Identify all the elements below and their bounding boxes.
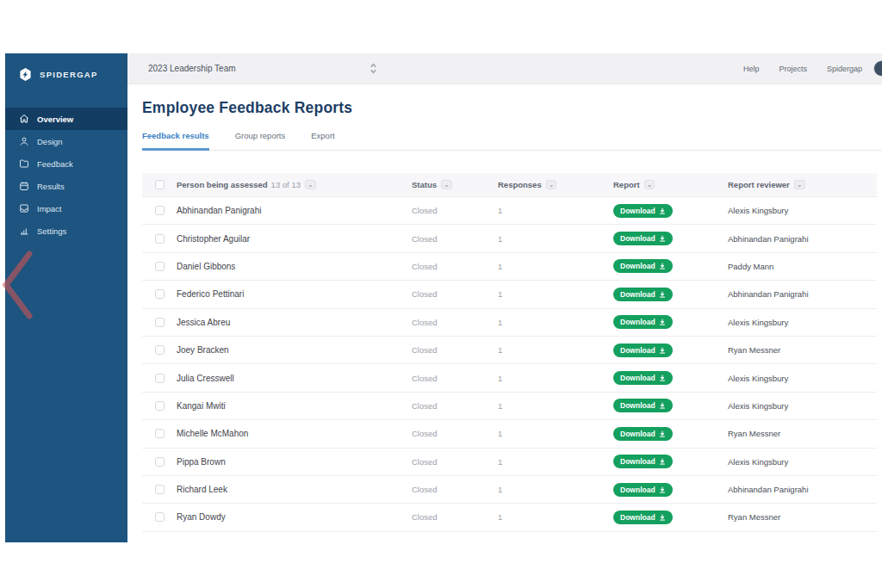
download-button[interactable]: Download [613, 455, 673, 468]
help-link[interactable]: Help [743, 65, 760, 73]
sidebar-item-results[interactable]: Results [5, 175, 127, 197]
row-checkbox[interactable] [155, 457, 165, 467]
sidebar-item-settings[interactable]: Settings [5, 220, 127, 242]
user-icon [19, 136, 29, 146]
row-checkbox[interactable] [155, 206, 165, 215]
download-button[interactable]: Download [613, 399, 673, 412]
row-checkbox[interactable] [155, 485, 165, 494]
spidergap-link[interactable]: Spidergap [827, 65, 862, 73]
row-checkbox[interactable] [155, 401, 165, 411]
status-value: Closed [412, 289, 498, 299]
table-header: Person being assessed13 of 13⌄ Status⌄ R… [142, 173, 877, 197]
table-row: Abhinandan Panigrahi Closed 1 Download A… [142, 197, 877, 225]
col-status: Status [412, 180, 437, 189]
status-value: Closed [412, 345, 498, 355]
person-name: Christopher Aguilar [177, 234, 412, 244]
row-checkbox[interactable] [155, 289, 165, 299]
download-button[interactable]: Download [613, 371, 673, 385]
responses-value: 1 [498, 206, 613, 215]
sidebar-item-label: Results [37, 182, 65, 191]
reviewer-name: Alexis Kingsbury [728, 374, 877, 383]
download-button[interactable]: Download [613, 427, 673, 441]
responses-value: 1 [498, 262, 613, 271]
table-row: Pippa Brown Closed 1 Download Alexis Kin… [142, 449, 877, 476]
download-button-label: Download [620, 374, 655, 382]
col-responses: Responses [498, 180, 542, 189]
sidebar-item-design[interactable]: Design [5, 130, 127, 152]
status-value: Closed [412, 429, 498, 438]
row-checkbox[interactable] [155, 374, 165, 383]
project-selector[interactable]: 2023 Leadership Team [148, 64, 236, 73]
download-icon [659, 430, 666, 437]
download-button[interactable]: Download [613, 288, 673, 301]
download-button[interactable]: Download [613, 344, 673, 357]
person-name: Ryan Dowdy [177, 512, 412, 522]
download-icon [659, 458, 666, 465]
download-button[interactable]: Download [613, 315, 673, 329]
table-row-partial [142, 532, 877, 540]
download-button[interactable]: Download [613, 204, 673, 218]
status-filter-chevron-icon[interactable]: ⌄ [441, 180, 452, 189]
topbar-links: Help Projects Spidergap [743, 65, 862, 73]
download-icon [659, 291, 666, 298]
tab-bar: Feedback results Group reports Export [142, 131, 882, 151]
download-icon [659, 347, 666, 354]
reviewer-name: Alexis Kingsbury [728, 457, 877, 467]
table-row: Kangai Mwiti Closed 1 Download Alexis Ki… [142, 393, 877, 420]
download-button-label: Download [620, 262, 655, 270]
col-person: Person being assessed [177, 180, 268, 189]
table-row: Federico Pettinari Closed 1 Download Abh… [142, 281, 877, 308]
sidebar: Spidergap Overview Design Feedback Resul… [5, 53, 127, 542]
responses-filter-chevron-icon[interactable]: ⌄ [546, 180, 557, 189]
download-icon [659, 263, 666, 269]
table-row: Michelle McMahon Closed 1 Download Ryan … [142, 420, 877, 448]
sidebar-item-overview[interactable]: Overview [5, 108, 127, 130]
reviewer-name: Ryan Messner [728, 345, 877, 355]
app-window: Spidergap Overview Design Feedback Resul… [5, 53, 882, 542]
sidebar-item-label: Design [37, 137, 63, 146]
person-name: Joey Bracken [177, 345, 412, 355]
select-all-checkbox[interactable] [155, 180, 165, 189]
report-filter-chevron-icon[interactable]: ⌄ [644, 180, 655, 189]
sidebar-item-label: Overview [37, 115, 73, 124]
reviewer-name: Alexis Kingsbury [728, 318, 877, 327]
tab-feedback-results[interactable]: Feedback results [142, 131, 209, 151]
download-icon [659, 319, 666, 325]
download-icon [659, 402, 666, 409]
col-reviewer: Report reviewer [728, 180, 790, 189]
status-value: Closed [412, 262, 498, 271]
download-button-label: Download [620, 513, 655, 522]
row-checkbox[interactable] [155, 429, 165, 438]
table-row: Joey Bracken Closed 1 Download Ryan Mess… [142, 337, 877, 364]
row-checkbox[interactable] [155, 512, 165, 522]
tab-export[interactable]: Export [311, 131, 334, 151]
download-button[interactable]: Download [613, 511, 673, 524]
tab-group-reports[interactable]: Group reports [235, 131, 286, 151]
download-button-label: Download [620, 430, 655, 438]
responses-value: 1 [498, 457, 613, 467]
select-updown-icon[interactable] [370, 62, 377, 75]
sidebar-item-impact[interactable]: Impact [5, 197, 127, 220]
download-button-label: Download [620, 457, 655, 466]
responses-value: 1 [498, 345, 613, 355]
download-button[interactable]: Download [613, 232, 673, 245]
download-button-label: Download [620, 401, 655, 410]
projects-link[interactable]: Projects [779, 65, 807, 73]
responses-value: 1 [498, 512, 613, 522]
download-button[interactable]: Download [613, 483, 673, 497]
sidebar-item-feedback[interactable]: Feedback [5, 152, 127, 175]
person-name: Federico Pettinari [177, 289, 412, 299]
user-avatar[interactable] [873, 60, 882, 77]
row-checkbox[interactable] [155, 345, 165, 355]
row-checkbox[interactable] [155, 318, 165, 327]
download-button[interactable]: Download [613, 259, 673, 273]
sidebar-item-label: Settings [37, 226, 66, 236]
row-checkbox[interactable] [155, 262, 165, 271]
row-checkbox[interactable] [155, 234, 165, 244]
reviewer-name: Abhinandan Panigrahi [728, 234, 877, 244]
person-filter-chevron-icon[interactable]: ⌄ [305, 180, 316, 189]
responses-value: 1 [498, 429, 613, 438]
person-name: Pippa Brown [177, 457, 412, 467]
reviewer-filter-chevron-icon[interactable]: ⌄ [794, 180, 805, 189]
bar-chart-icon [19, 226, 29, 236]
